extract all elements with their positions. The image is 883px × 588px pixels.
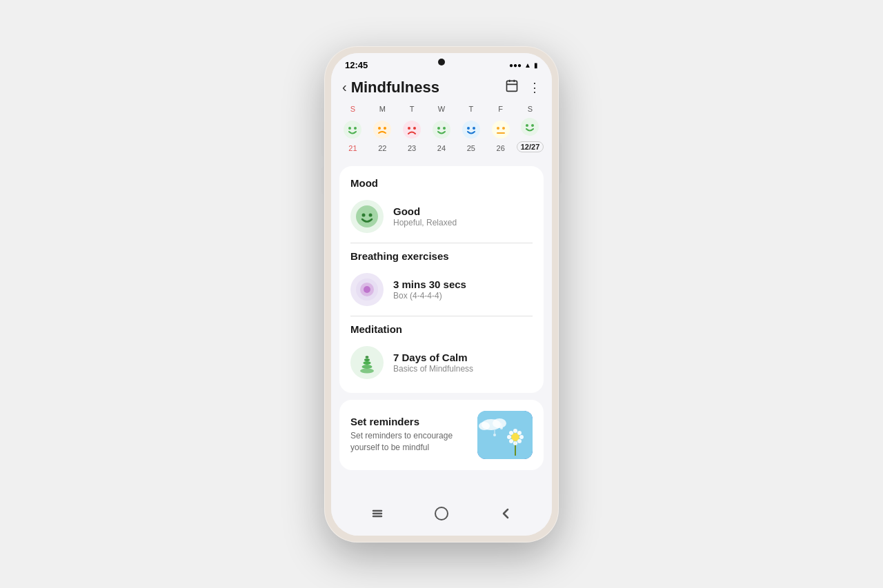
meditation-sub: Basics of Mindfulness <box>393 364 473 374</box>
day-number-21: 21 <box>348 144 357 152</box>
meditation-icon <box>350 346 384 379</box>
mood-face-22 <box>373 120 392 142</box>
svg-point-6 <box>354 127 357 130</box>
svg-point-50 <box>517 431 522 435</box>
svg-point-7 <box>373 121 391 139</box>
svg-point-47 <box>509 431 513 435</box>
day-labels: S M T W T F S <box>338 105 545 113</box>
svg-point-43 <box>513 429 517 433</box>
day-items: 21 22 <box>338 117 545 152</box>
more-options-icon[interactable]: ⋮ <box>528 80 541 95</box>
calendar-section: S M T W T F S <box>331 102 552 159</box>
svg-point-23 <box>521 118 539 136</box>
svg-point-16 <box>462 121 480 139</box>
calendar-day-23[interactable]: 23 <box>399 120 424 152</box>
mood-icon <box>350 200 384 233</box>
home-button[interactable] <box>423 503 460 527</box>
svg-point-20 <box>497 127 499 130</box>
svg-point-9 <box>384 127 386 130</box>
calendar-day-24[interactable]: 24 <box>429 120 454 152</box>
day-label-thu: T <box>459 105 484 113</box>
mood-face-24 <box>432 120 451 142</box>
card-divider-2 <box>350 316 533 316</box>
reminders-description: Set reminders to encourage yourself to b… <box>350 430 469 454</box>
svg-point-51 <box>493 434 496 436</box>
app-header: ‹ Mindfulness ⋮ <box>331 73 552 102</box>
meditation-text-block: 7 Days of Calm Basics of Mindfulness <box>393 352 473 374</box>
page-title: Mindfulness <box>351 79 505 97</box>
svg-point-53 <box>500 427 503 429</box>
breathing-section-title: Breathing exercises <box>350 250 533 262</box>
svg-point-24 <box>526 124 528 127</box>
mood-section-title: Mood <box>350 177 533 189</box>
breathing-duration: 3 mins 30 secs <box>393 278 466 290</box>
svg-point-45 <box>507 435 511 439</box>
phone-frame: 12:45 ●●● ▲ ▮ ‹ Mindfulness <box>324 46 559 543</box>
reminders-title: Set reminders <box>350 416 469 427</box>
svg-point-33 <box>362 365 373 369</box>
day-label-sat: S <box>517 105 542 113</box>
day-number-23: 23 <box>408 144 416 152</box>
calendar-day-22[interactable]: 22 <box>370 120 395 152</box>
meditation-item[interactable]: 7 Days of Calm Basics of Mindfulness <box>350 343 533 382</box>
svg-point-58 <box>435 507 448 520</box>
mood-face-26 <box>491 120 510 142</box>
mood-face-27 <box>520 117 539 139</box>
svg-point-17 <box>467 127 470 130</box>
svg-point-44 <box>513 441 517 445</box>
mood-sub: Hopeful, Relaxed <box>393 218 457 227</box>
svg-point-14 <box>437 127 440 130</box>
svg-point-18 <box>473 127 475 130</box>
reminders-text: Set reminders Set reminders to encourage… <box>350 416 469 454</box>
status-time: 12:45 <box>345 60 368 70</box>
mood-card: Mood Good Hopeful, Relaxed <box>339 166 544 393</box>
day-label-sun: S <box>340 105 365 113</box>
calendar-icon[interactable] <box>505 79 519 96</box>
reminders-card[interactable]: Set reminders Set reminders to encourage… <box>339 400 544 470</box>
svg-point-39 <box>493 418 506 428</box>
svg-point-27 <box>362 213 366 216</box>
calendar-day-25[interactable]: 25 <box>459 120 484 152</box>
mood-item[interactable]: Good Hopeful, Relaxed <box>350 197 533 236</box>
svg-point-31 <box>364 286 370 293</box>
calendar-day-27[interactable]: 12/27 <box>517 117 542 152</box>
svg-point-40 <box>479 422 490 430</box>
header-icons: ⋮ <box>505 79 541 96</box>
calendar-day-21[interactable]: 21 <box>340 120 365 152</box>
svg-point-49 <box>509 439 513 443</box>
svg-point-8 <box>378 127 381 130</box>
phone-screen: 12:45 ●●● ▲ ▮ ‹ Mindfulness <box>331 53 552 536</box>
day-number-26: 26 <box>497 144 505 152</box>
svg-point-35 <box>364 358 370 361</box>
breathing-item[interactable]: 3 mins 30 secs Box (4-4-4-4) <box>350 270 533 309</box>
day-label-tue: T <box>399 105 424 113</box>
day-number-25: 25 <box>467 144 475 152</box>
day-label-fri: F <box>488 105 513 113</box>
svg-point-19 <box>492 121 510 139</box>
day-label-mon: M <box>370 105 395 113</box>
breathing-text-block: 3 mins 30 secs Box (4-4-4-4) <box>393 278 466 301</box>
svg-point-12 <box>413 127 416 130</box>
mood-face-25 <box>462 120 481 142</box>
svg-point-46 <box>519 435 524 439</box>
status-icons: ●●● ▲ ▮ <box>509 61 538 69</box>
card-divider <box>350 243 533 243</box>
svg-point-5 <box>348 127 351 130</box>
back-button-nav[interactable] <box>487 503 524 527</box>
back-button[interactable]: ‹ <box>342 79 347 95</box>
svg-point-25 <box>531 124 534 127</box>
svg-rect-37 <box>477 411 533 459</box>
day-number-24: 24 <box>437 144 446 152</box>
camera-notch <box>438 59 445 65</box>
svg-point-32 <box>360 368 374 373</box>
day-number-22: 22 <box>378 144 386 152</box>
recent-apps-button[interactable] <box>359 503 396 527</box>
battery-icon: ▮ <box>534 61 538 69</box>
calendar-day-26[interactable]: 26 <box>488 120 513 152</box>
main-content: Mood Good Hopeful, Relaxed <box>331 159 552 498</box>
signal-icon: ●●● <box>509 61 522 69</box>
svg-point-34 <box>364 361 371 365</box>
svg-point-11 <box>408 127 410 130</box>
mood-face-21 <box>343 120 362 142</box>
svg-point-26 <box>356 205 378 227</box>
